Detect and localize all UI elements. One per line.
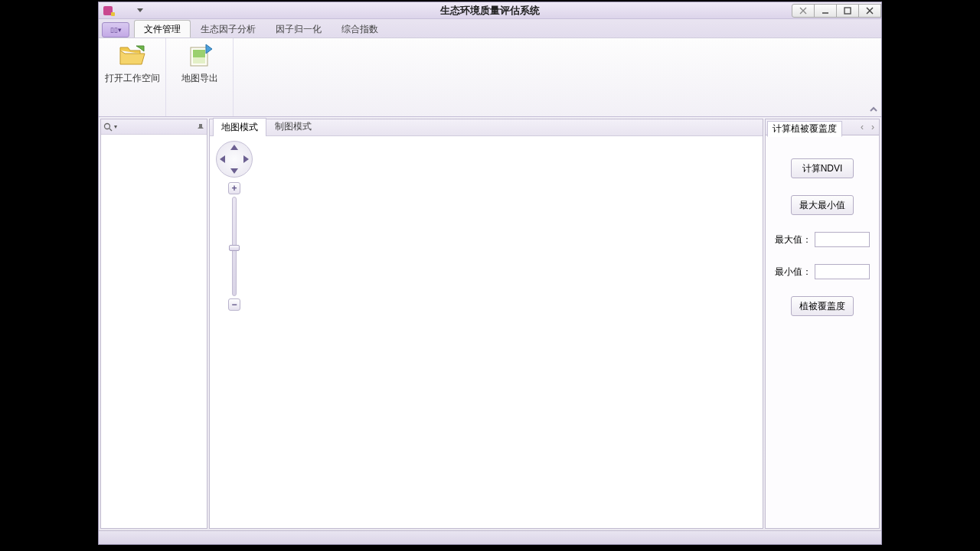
right-pane-body: 计算NDVI 最大最小值 最大值： 最小值： 植被覆盖度 [765, 135, 880, 529]
svg-rect-2 [193, 50, 205, 57]
maximize-button[interactable] [836, 4, 859, 18]
right-pane-title[interactable]: 计算植被覆盖度 [767, 121, 842, 137]
ribbon-body: 打开工作空间 地图导出 [99, 37, 881, 117]
min-value-input[interactable] [815, 264, 870, 279]
zoom-out-button[interactable]: − [228, 298, 240, 311]
ribbon-main-button[interactable]: ▯▯▾ [102, 22, 129, 37]
map-canvas[interactable]: + − [210, 136, 763, 528]
tab-composite-index[interactable]: 综合指数 [332, 20, 388, 38]
tab-factor-normalization[interactable]: 因子归一化 [266, 20, 332, 38]
minmax-button[interactable]: 最大最小值 [791, 195, 854, 215]
center-tabs: 地图模式 制图模式 [210, 119, 763, 136]
left-pane-header: ▾ [101, 119, 207, 135]
center-pane: 地图模式 制图模式 + − [209, 119, 763, 529]
map-export-button[interactable]: 地图导出 [166, 38, 234, 116]
zoom-track[interactable] [232, 197, 237, 296]
app-icon [103, 6, 113, 15]
quick-access-dropdown-icon[interactable] [137, 8, 143, 12]
next-panel-icon[interactable]: › [868, 122, 877, 132]
map-export-label: 地图导出 [181, 72, 218, 85]
app-window: 生态环境质量评估系统 ▯▯▾ 文件管理 生态因子分析 因子归一化 综合指数 打开… [98, 2, 882, 545]
pan-left-icon[interactable] [220, 155, 225, 163]
tab-layout-mode[interactable]: 制图模式 [266, 117, 320, 135]
window-controls [792, 4, 881, 18]
right-pane: 计算植被覆盖度 ‹ › 计算NDVI 最大最小值 最大值： 最小值： 植被覆盖度 [765, 119, 880, 529]
map-export-icon [185, 43, 215, 69]
titlebar: 生态环境质量评估系统 [99, 2, 881, 19]
left-pane: ▾ [100, 119, 207, 529]
search-icon [103, 122, 113, 132]
statusbar [99, 530, 881, 544]
prev-panel-icon[interactable]: ‹ [858, 122, 867, 132]
open-workspace-button[interactable]: 打开工作空间 [99, 38, 166, 116]
open-workspace-label: 打开工作空间 [105, 72, 160, 85]
ribbon-tabs: ▯▯▾ 文件管理 生态因子分析 因子归一化 综合指数 [99, 19, 881, 37]
right-pane-header: 计算植被覆盖度 ‹ › [765, 119, 880, 135]
vegetation-coverage-button[interactable]: 植被覆盖度 [791, 296, 854, 316]
tab-map-mode[interactable]: 地图模式 [213, 118, 266, 136]
pan-down-icon[interactable] [230, 168, 238, 174]
tab-file-management[interactable]: 文件管理 [134, 20, 191, 38]
zoom-slider: + − [228, 182, 240, 311]
pan-pad [216, 141, 253, 178]
max-value-label: 最大值： [775, 233, 812, 246]
workspace: ▾ 地图模式 制图模式 + [99, 117, 881, 530]
ribbon-collapse-icon[interactable] [869, 106, 878, 115]
pan-right-icon[interactable] [243, 155, 249, 163]
pan-up-icon[interactable] [230, 145, 238, 150]
window-title: 生态环境质量评估系统 [440, 4, 540, 18]
calc-ndvi-button[interactable]: 计算NDVI [791, 158, 854, 178]
folder-open-icon [117, 43, 148, 69]
svg-rect-0 [844, 8, 851, 14]
help-close-button[interactable] [792, 4, 815, 18]
right-pane-nav: ‹ › [858, 122, 877, 132]
close-button[interactable] [858, 4, 881, 18]
pin-icon[interactable] [197, 123, 204, 131]
titlebar-left [99, 6, 143, 15]
svg-point-3 [105, 123, 110, 129]
min-value-label: 最小值： [775, 266, 812, 279]
minimize-button[interactable] [814, 4, 837, 18]
tab-eco-factor-analysis[interactable]: 生态因子分析 [191, 20, 266, 38]
min-value-row: 最小值： [775, 264, 870, 279]
zoom-in-button[interactable]: + [228, 182, 240, 194]
search-dropdown[interactable]: ▾ [103, 122, 117, 132]
max-value-input[interactable] [815, 232, 870, 247]
max-value-row: 最大值： [775, 232, 870, 247]
zoom-thumb[interactable] [229, 245, 240, 251]
